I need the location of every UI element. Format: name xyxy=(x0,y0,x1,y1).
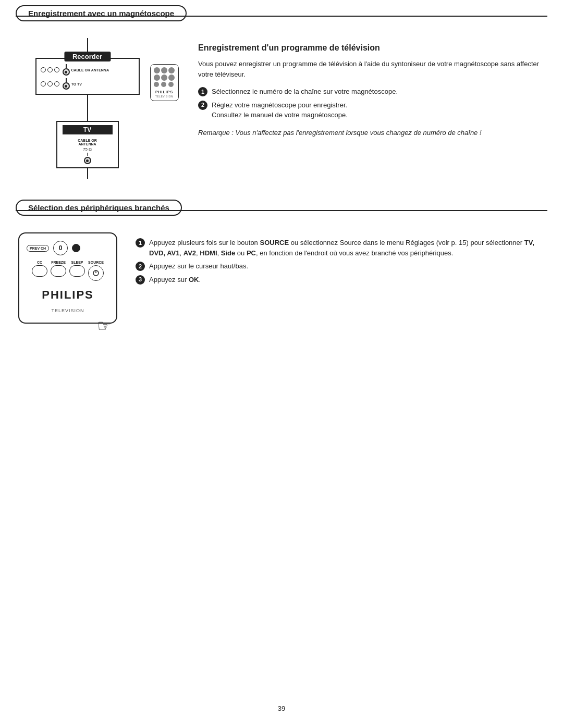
coax-tv xyxy=(84,157,91,164)
freeze-label: FREEZE xyxy=(51,261,66,264)
port1 xyxy=(41,67,46,72)
sleep-btn[interactable] xyxy=(69,265,85,277)
remote-btn-4 xyxy=(154,75,160,81)
freeze-btn-group: FREEZE xyxy=(51,261,66,281)
section1-desc: Vous pouvez enregistrer un programme de … xyxy=(198,59,547,79)
remote-func-row: CC FREEZE SLEEP SOURCE xyxy=(27,261,109,281)
section1-step1: 1 Sélectionnez le numéro de la chaîne su… xyxy=(198,87,547,97)
page-number: 39 xyxy=(0,705,563,712)
section1-steps: 1 Sélectionnez le numéro de la chaîne su… xyxy=(198,87,547,120)
mini-television-label: TELEVISION xyxy=(155,95,173,98)
sleep-btn-group: SLEEP xyxy=(69,261,85,281)
port4 xyxy=(41,81,46,87)
coax-port1 xyxy=(63,68,70,76)
television-label: TELEVISION xyxy=(51,308,84,313)
section1-step2: 2 Réglez votre magnétoscope pour enregis… xyxy=(198,100,547,120)
coax-port2 xyxy=(63,82,70,90)
section1-title-row: Enregistrement avec un magnétoscope xyxy=(0,0,563,21)
tv-label: TV xyxy=(63,125,113,134)
section1-right-text: Enregistrement d'un programme de télévis… xyxy=(198,38,547,179)
dot-btn[interactable] xyxy=(72,244,80,252)
to-tv-label: TO TV xyxy=(71,82,82,86)
remote-btn-9 xyxy=(168,82,174,87)
remote-btn-3 xyxy=(168,67,175,73)
remote-btn-2 xyxy=(161,67,167,73)
source-label: SOURCE xyxy=(88,261,104,264)
wire-mid xyxy=(87,95,88,121)
section2-content: PREV CH 0 CC FREEZE SLEEP xyxy=(0,217,563,346)
port3 xyxy=(54,67,59,72)
source-icon xyxy=(92,269,100,277)
section2-step3: 3 Appuyez sur OK. xyxy=(136,275,547,285)
section2-title-row: Sélection des périphériques branchés xyxy=(0,194,563,216)
s2-step1-text: Appuyez plusieurs fois sur le bouton SOU… xyxy=(149,238,547,258)
section2-steps: 1 Appuyez plusieurs fois sur le bouton S… xyxy=(136,238,547,285)
section1-content: Recorder xyxy=(0,22,563,189)
mini-philips-label: PHILIPS xyxy=(155,90,173,94)
remote-btn-8 xyxy=(161,82,166,87)
philips-remote-area: PREV CH 0 CC FREEZE SLEEP xyxy=(16,232,120,336)
s2-step1-number: 1 xyxy=(136,238,145,248)
remote-top-row: PREV CH 0 xyxy=(27,241,109,255)
remote-btn-1 xyxy=(154,67,160,73)
wire-bot xyxy=(87,168,88,179)
sleep-label: SLEEP xyxy=(71,261,83,264)
cc-label: CC xyxy=(37,261,42,264)
cable-label1: CABLE OR ANTENNA xyxy=(71,68,109,72)
source-btn-group[interactable]: SOURCE xyxy=(88,261,104,281)
s2-step3-text: Appuyez sur OK. xyxy=(149,275,201,285)
section1-remark: Remarque : Vous n'affectez pas l'enregis… xyxy=(198,128,547,138)
s2-step2-text: Appuyez sur le curseur haut/bas. xyxy=(149,261,248,272)
section1-title-line xyxy=(16,16,547,17)
section2-title: Sélection des périphériques branchés xyxy=(16,200,182,216)
hand-cursor-icon: ☞ xyxy=(97,316,112,336)
section2-right-text: 1 Appuyez plusieurs fois sur le bouton S… xyxy=(136,232,547,336)
section2-step1: 1 Appuyez plusieurs fois sur le bouton S… xyxy=(136,238,547,258)
cc-btn-group: CC xyxy=(32,261,47,281)
recorder-device: Recorder xyxy=(35,58,140,95)
port2 xyxy=(47,67,53,72)
port6 xyxy=(54,81,59,87)
remote-btn-6 xyxy=(168,75,175,81)
source-btn[interactable] xyxy=(88,265,104,281)
recorder-label: Recorder xyxy=(64,52,111,61)
s2-step2-number: 2 xyxy=(136,262,145,271)
prevch-btn[interactable]: PREV CH xyxy=(27,245,49,252)
remote-btn-7 xyxy=(154,82,159,87)
hand-area: ☞ xyxy=(18,324,117,336)
cable-label2: CABLE ORANTENNA xyxy=(78,139,97,146)
step1-number: 1 xyxy=(198,87,207,96)
section1-title: Enregistrement avec un magnétoscope xyxy=(16,5,187,21)
remote-btn-5 xyxy=(161,75,167,81)
connection-diagram: Recorder xyxy=(16,38,182,179)
philips-brand: PHILIPS xyxy=(42,288,94,302)
tv-device: TV CABLE ORANTENNA 75 Ω xyxy=(56,121,119,168)
zero-btn[interactable]: 0 xyxy=(53,241,68,255)
port5 xyxy=(47,81,53,87)
s2-step3-number: 3 xyxy=(136,275,145,285)
section2-title-line xyxy=(16,210,547,211)
step2-number: 2 xyxy=(198,101,207,110)
cc-btn[interactable] xyxy=(32,265,47,277)
freeze-btn[interactable] xyxy=(51,265,66,277)
step2-text: Réglez votre magnétoscope pour enregistr… xyxy=(212,100,348,120)
section1-subtitle: Enregistrement d'un programme de télévis… xyxy=(198,43,547,53)
mini-remote-device: PHILIPS TELEVISION xyxy=(150,64,179,101)
ohm-label: 75 Ω xyxy=(83,147,92,152)
section2-step2: 2 Appuyez sur le curseur haut/bas. xyxy=(136,261,547,272)
philips-remote-box: PREV CH 0 CC FREEZE SLEEP xyxy=(18,232,117,324)
step1-text: Sélectionnez le numéro de la chaîne sur … xyxy=(212,87,398,97)
